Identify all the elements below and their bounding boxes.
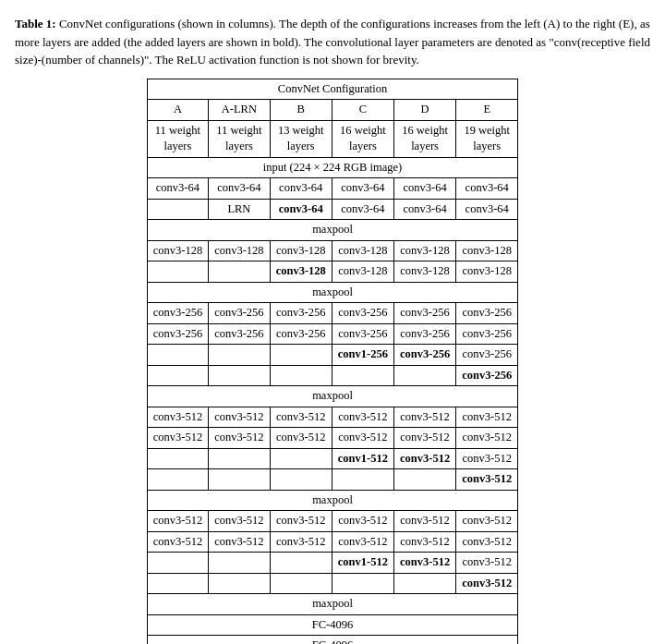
cell: conv3-512 <box>456 469 518 491</box>
cell <box>209 261 270 283</box>
cell: conv3-64 <box>332 199 393 220</box>
cell: conv3-128 <box>270 240 332 261</box>
cell: conv3-64 <box>147 178 208 200</box>
cell <box>209 365 270 386</box>
cell: conv3-128 <box>332 240 393 261</box>
cell: conv3-512 <box>332 531 393 553</box>
maxpool-row: maxpool <box>147 386 518 407</box>
cell: LRN <box>209 199 270 220</box>
cell <box>270 553 332 574</box>
cell <box>147 573 208 594</box>
cell: conv3-512 <box>393 531 455 553</box>
cell <box>332 469 393 491</box>
cell: conv3-256 <box>393 323 455 345</box>
cell: conv3-256 <box>456 365 518 386</box>
cell: conv3-256 <box>147 303 208 324</box>
cell: conv3-128 <box>456 240 518 261</box>
cell: conv3-512 <box>147 428 208 449</box>
col-alrn-header: A-LRN <box>209 100 270 121</box>
caption1-label: Table 1: <box>15 17 56 30</box>
sublabel-b: 13 weightlayers <box>270 120 332 157</box>
cell: conv3-512 <box>393 407 455 428</box>
cell: conv3-512 <box>456 448 518 469</box>
cell: conv3-256 <box>393 303 455 324</box>
cell: conv3-128 <box>332 261 393 283</box>
fc-4096-1: FC-4096 <box>147 614 518 636</box>
cell <box>147 553 208 574</box>
cell: conv3-512 <box>332 428 393 449</box>
cell: conv3-128 <box>393 240 455 261</box>
cell: conv3-64 <box>270 178 332 200</box>
caption1-text: ConvNet configurations (shown in columns… <box>15 17 650 67</box>
cell: conv3-512 <box>209 511 270 532</box>
cell: conv3-512 <box>456 531 518 553</box>
cell <box>209 448 270 469</box>
cell <box>393 573 455 594</box>
table1-caption: Table 1: ConvNet configurations (shown i… <box>15 15 650 69</box>
cell: conv3-256 <box>147 323 208 345</box>
cell <box>332 365 393 386</box>
sublabel-a: 11 weightlayers <box>147 120 208 157</box>
cell: conv3-512 <box>332 511 393 532</box>
cell <box>393 365 455 386</box>
cell <box>270 365 332 386</box>
cell: conv3-128 <box>393 261 455 283</box>
maxpool-row: maxpool <box>147 220 518 241</box>
sublabel-c: 16 weightlayers <box>332 120 393 157</box>
sublabel-e: 19 weightlayers <box>456 120 518 157</box>
maxpool-row: maxpool <box>147 282 518 303</box>
col-c-header: C <box>332 100 393 121</box>
convnet-table: ConvNet Configuration A A-LRN B C D E 11… <box>147 79 519 645</box>
cell <box>393 469 455 491</box>
cell: conv3-512 <box>209 428 270 449</box>
cell: conv1-256 <box>332 345 393 366</box>
cell <box>209 469 270 491</box>
cell <box>147 345 208 366</box>
cell <box>209 553 270 574</box>
cell: conv3-256 <box>456 345 518 366</box>
cell <box>147 448 208 469</box>
cell: conv3-512 <box>456 511 518 532</box>
cell: conv1-512 <box>332 553 393 574</box>
cell <box>270 573 332 594</box>
cell: conv3-512 <box>147 531 208 553</box>
input-row: input (224 × 224 RGB image) <box>147 157 518 178</box>
cell: conv3-128 <box>147 240 208 261</box>
maxpool-row: maxpool <box>147 594 518 615</box>
cell: conv3-64 <box>332 178 393 200</box>
cell: conv3-64 <box>456 178 518 200</box>
cell: conv3-512 <box>393 448 455 469</box>
cell <box>209 573 270 594</box>
cell: conv3-512 <box>456 428 518 449</box>
cell: conv3-512 <box>270 511 332 532</box>
cell: conv3-256 <box>270 303 332 324</box>
cell: conv3-256 <box>332 303 393 324</box>
cell: conv3-512 <box>147 407 208 428</box>
cell: conv3-64 <box>270 199 332 220</box>
cell: conv3-64 <box>209 178 270 200</box>
cell <box>147 199 208 220</box>
cell: conv3-512 <box>270 428 332 449</box>
cell: conv3-64 <box>456 199 518 220</box>
cell: conv3-256 <box>332 323 393 345</box>
cell: conv3-512 <box>147 511 208 532</box>
cell <box>147 261 208 283</box>
cell: conv3-512 <box>456 407 518 428</box>
col-e-header: E <box>456 100 518 121</box>
maxpool-row: maxpool <box>147 490 518 511</box>
cell: conv3-64 <box>393 178 455 200</box>
cell: conv3-512 <box>332 407 393 428</box>
cell: conv3-512 <box>209 407 270 428</box>
cell: conv3-128 <box>209 240 270 261</box>
cell: conv3-512 <box>209 531 270 553</box>
cell: conv3-256 <box>270 323 332 345</box>
cell: conv3-256 <box>209 323 270 345</box>
cell: conv3-512 <box>270 407 332 428</box>
cell: conv1-512 <box>332 448 393 469</box>
sublabel-alrn: 11 weightlayers <box>209 120 270 157</box>
cell: conv3-512 <box>456 573 518 594</box>
cell: conv3-512 <box>393 511 455 532</box>
cell <box>270 448 332 469</box>
cell: conv3-256 <box>393 345 455 366</box>
col-a-header: A <box>147 100 208 121</box>
